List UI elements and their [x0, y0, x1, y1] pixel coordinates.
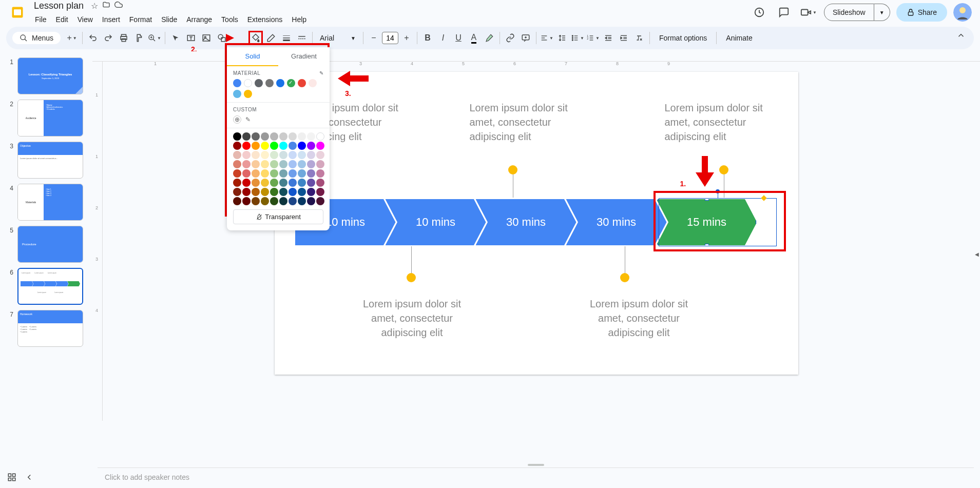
- color-swatch[interactable]: [279, 132, 287, 141]
- chevron-4[interactable]: 30 mins: [566, 199, 667, 245]
- color-swatch[interactable]: [298, 197, 306, 205]
- animate-button[interactable]: Animate: [720, 32, 758, 44]
- format-options-button[interactable]: Format options: [653, 32, 713, 44]
- menu-extensions[interactable]: Extensions: [243, 13, 286, 26]
- numbered-list-button[interactable]: 12▼: [586, 31, 600, 45]
- expand-toolbar-icon[interactable]: [956, 31, 966, 42]
- color-swatch[interactable]: [287, 79, 295, 87]
- notes-resize-handle[interactable]: [528, 464, 544, 466]
- highlight-button[interactable]: [482, 31, 496, 45]
- document-title[interactable]: Lesson plan: [31, 0, 87, 12]
- color-swatch[interactable]: [298, 160, 306, 168]
- user-avatar[interactable]: [953, 3, 972, 22]
- color-swatch[interactable]: [233, 197, 241, 205]
- color-swatch[interactable]: [316, 142, 324, 150]
- font-size-input[interactable]: [382, 32, 398, 44]
- chevron-3[interactable]: 30 mins: [476, 199, 577, 245]
- color-swatch[interactable]: [279, 197, 287, 205]
- comments-icon[interactable]: [775, 3, 793, 22]
- color-swatch[interactable]: [242, 142, 251, 150]
- color-swatch[interactable]: [298, 179, 306, 187]
- color-swatch[interactable]: [316, 151, 324, 159]
- color-swatch[interactable]: [279, 179, 287, 187]
- color-swatch[interactable]: [307, 188, 315, 196]
- color-swatch[interactable]: [289, 142, 297, 150]
- speaker-notes[interactable]: Click to add speaker notes: [98, 467, 974, 470]
- timeline-dot[interactable]: [407, 273, 416, 282]
- line-spacing-button[interactable]: [555, 31, 569, 45]
- color-swatch[interactable]: [242, 188, 251, 196]
- menu-file[interactable]: File: [31, 13, 51, 26]
- star-icon[interactable]: ☆: [91, 1, 98, 11]
- eyedropper-button[interactable]: ✎: [244, 115, 252, 124]
- color-swatch[interactable]: [252, 197, 260, 205]
- slide-thumb-2[interactable]: Audience• Majesty• Advanced mathematics•…: [17, 100, 83, 136]
- color-swatch[interactable]: [233, 160, 241, 168]
- slideshow-dropdown[interactable]: ▼: [874, 4, 890, 21]
- color-swatch[interactable]: [316, 188, 324, 196]
- timeline-dot[interactable]: [508, 165, 517, 174]
- color-swatch[interactable]: [261, 197, 269, 205]
- chevron-5-selected[interactable]: 15 mins: [657, 199, 757, 245]
- image-tool[interactable]: [199, 31, 214, 45]
- color-swatch[interactable]: [279, 151, 287, 159]
- color-swatch[interactable]: [289, 151, 297, 159]
- color-swatch[interactable]: [307, 197, 315, 205]
- color-swatch[interactable]: [270, 188, 278, 196]
- color-swatch[interactable]: [270, 197, 278, 205]
- color-swatch[interactable]: [252, 169, 260, 178]
- color-swatch[interactable]: [298, 169, 306, 178]
- color-swatch[interactable]: [307, 160, 315, 168]
- timeline-dot[interactable]: [620, 273, 629, 282]
- slide-thumb-3[interactable]: ObjectiveLorem ipsum dolor sit amet cons…: [17, 142, 83, 179]
- color-swatch[interactable]: [316, 160, 324, 168]
- color-swatch[interactable]: [233, 142, 241, 150]
- color-swatch[interactable]: [261, 132, 269, 141]
- color-swatch[interactable]: [309, 79, 317, 87]
- increase-indent-button[interactable]: [617, 31, 631, 45]
- comment-button[interactable]: [518, 31, 533, 45]
- color-swatch[interactable]: [289, 132, 297, 141]
- color-swatch[interactable]: [233, 90, 241, 98]
- textbox-tool[interactable]: [184, 31, 198, 45]
- color-swatch[interactable]: [298, 132, 306, 141]
- border-dash-button[interactable]: [295, 31, 309, 45]
- color-swatch[interactable]: [242, 197, 251, 205]
- decrease-indent-button[interactable]: [601, 31, 616, 45]
- border-color-button[interactable]: [264, 31, 278, 45]
- color-swatch[interactable]: [307, 132, 315, 141]
- color-swatch[interactable]: [279, 169, 287, 178]
- color-swatch[interactable]: [244, 79, 252, 87]
- menu-insert[interactable]: Insert: [98, 13, 124, 26]
- clear-format-button[interactable]: [632, 31, 646, 45]
- color-swatch[interactable]: [242, 160, 251, 168]
- side-panel-handle[interactable]: ◀: [974, 244, 980, 265]
- color-swatch[interactable]: [270, 132, 278, 141]
- color-swatch[interactable]: [261, 142, 269, 150]
- color-swatch[interactable]: [307, 179, 315, 187]
- color-swatch[interactable]: [270, 179, 278, 187]
- color-swatch[interactable]: [316, 169, 324, 178]
- slide-thumb-7[interactable]: Homework• Lorem• Lorem• Lorem• Lorem• Lo…: [17, 310, 83, 347]
- undo-button[interactable]: [86, 31, 100, 45]
- color-swatch[interactable]: [252, 142, 260, 150]
- color-swatch[interactable]: [298, 142, 306, 150]
- app-logo[interactable]: [8, 3, 27, 22]
- share-button[interactable]: Share: [896, 3, 947, 22]
- color-swatch[interactable]: [242, 179, 251, 187]
- menu-view[interactable]: View: [73, 13, 97, 26]
- slide-text-bottom-1[interactable]: Lorem ipsum dolor sit amet, consectetur …: [351, 297, 474, 340]
- color-swatch[interactable]: [252, 179, 260, 187]
- color-swatch[interactable]: [233, 151, 241, 159]
- color-swatch[interactable]: [307, 142, 315, 150]
- menu-help[interactable]: Help: [287, 13, 311, 26]
- color-swatch[interactable]: [270, 160, 278, 168]
- shape-tool[interactable]: [215, 31, 229, 45]
- new-slide-button[interactable]: +▼: [65, 31, 79, 45]
- color-swatch[interactable]: [279, 142, 287, 150]
- select-tool[interactable]: [168, 31, 183, 45]
- color-swatch[interactable]: [265, 79, 274, 87]
- print-button[interactable]: [117, 31, 131, 45]
- color-swatch[interactable]: [261, 160, 269, 168]
- increase-font-button[interactable]: +: [399, 31, 414, 45]
